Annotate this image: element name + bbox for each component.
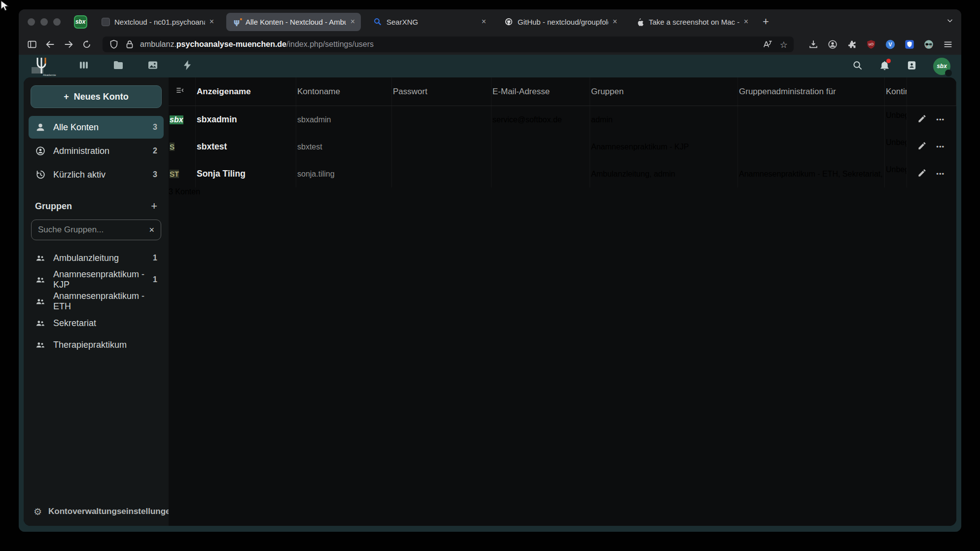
group-search-field[interactable]: ×: [31, 220, 161, 240]
sidebar-group-anamnesenpraktikum-eth[interactable]: Anamnesenpraktikum - ETH: [29, 291, 164, 312]
table-row-sbxadmin[interactable]: sbx sbxadmin sbxadmin service@softbox.de…: [169, 106, 956, 133]
column-header-anzeigename[interactable]: Anzeigename: [196, 77, 296, 106]
sbx-favicon: sbx: [74, 15, 87, 29]
sidebar-group-therapiepraktikum[interactable]: Therapiepraktikum: [29, 334, 164, 356]
vimium-icon[interactable]: V: [885, 39, 896, 50]
account-icon[interactable]: [827, 39, 838, 50]
sidebar-toggle-icon[interactable]: [27, 39, 37, 50]
clear-search-icon[interactable]: ×: [149, 225, 154, 235]
url-text: ambulanz.psychoanalyse-muenchen.de/index…: [140, 40, 374, 49]
row-actions-menu-icon[interactable]: •••: [936, 143, 945, 150]
reload-button[interactable]: [81, 39, 92, 50]
new-account-label: Neues Konto: [74, 92, 129, 102]
column-header-gruppenadministration[interactable]: Gruppenadministration für: [738, 77, 885, 106]
tab-screenshot-mac[interactable]: Take a screenshot on Mac - Ap ×: [630, 13, 754, 31]
tab-overflow-chevron-icon[interactable]: [945, 16, 954, 27]
app-content: + Neues Konto Alle Konten 3 Administrati…: [24, 77, 956, 526]
group-icon: [35, 318, 46, 329]
sidebar-group-sekretariat[interactable]: Sekretariat: [29, 312, 164, 334]
column-header-passwort[interactable]: Passwort: [392, 77, 491, 106]
url-bar[interactable]: ambulanz.psychoanalyse-muenchen.de/index…: [103, 37, 794, 52]
ambulanz-favicon: ψ: [232, 17, 241, 26]
sidebar-group-anamnesenpraktikum-kjp[interactable]: Anamnesenpraktikum - KJP 1: [29, 269, 164, 291]
photos-icon[interactable]: [147, 59, 159, 73]
cell-email: [491, 133, 590, 160]
pinned-tab-sbx[interactable]: sbx: [72, 13, 89, 30]
activity-bolt-icon[interactable]: [181, 59, 193, 73]
group-count: 1: [153, 254, 157, 262]
notifications-bell-icon[interactable]: [879, 60, 890, 73]
account-management-settings[interactable]: ⚙ Kontoverwaltungseinstellungen: [24, 497, 169, 526]
close-tab-icon[interactable]: ×: [482, 18, 486, 26]
add-group-button[interactable]: +: [151, 200, 157, 213]
column-header-kontoname[interactable]: Kontoname: [296, 77, 392, 106]
row-details-toggle-icon[interactable]: [175, 85, 185, 98]
translate-icon[interactable]: [762, 39, 773, 50]
close-tab-icon[interactable]: ×: [350, 18, 355, 26]
edit-pencil-icon[interactable]: [917, 141, 927, 152]
ambulanz-logo[interactable]: Akademie: [30, 56, 57, 76]
app-navigation: [78, 59, 193, 73]
group-label: Anamnesenpraktikum - ETH: [53, 291, 150, 312]
close-tab-icon[interactable]: ×: [613, 18, 617, 26]
downloads-icon[interactable]: [808, 39, 819, 50]
dashboard-icon[interactable]: [78, 59, 90, 73]
face-extension-icon[interactable]: [923, 39, 934, 50]
plus-icon: +: [64, 92, 69, 102]
row-actions-menu-icon[interactable]: •••: [936, 116, 945, 123]
tracking-shield-icon[interactable]: [108, 39, 119, 50]
files-folder-icon[interactable]: [112, 59, 124, 73]
maximize-window-button[interactable]: [53, 18, 61, 26]
accounts-count-summary: 3 Konten: [169, 187, 956, 196]
back-button[interactable]: [45, 39, 56, 50]
cell-email: [491, 160, 590, 187]
column-header-kontingent[interactable]: Kontingent: [885, 77, 907, 106]
minimize-window-button[interactable]: [40, 18, 48, 26]
row-actions-menu-icon[interactable]: •••: [936, 170, 945, 178]
tab-searxng[interactable]: SearXNG ×: [367, 13, 492, 31]
nextcloud-favicon: [101, 17, 110, 26]
column-header-gruppen[interactable]: Gruppen: [590, 77, 738, 106]
extensions-puzzle-icon[interactable]: [846, 39, 857, 50]
bitwarden-icon[interactable]: [904, 39, 915, 50]
settings-label: Kontoverwaltungseinstellungen: [48, 507, 175, 516]
table-row-sbxtest[interactable]: S sbxtest sbxtest Anamnesenpraktikum - K…: [169, 133, 956, 160]
sidebar-group-ambulanzleitung[interactable]: Ambulanzleitung 1: [29, 247, 164, 269]
edit-pencil-icon[interactable]: [917, 168, 927, 180]
table-row-sonja-tiling[interactable]: ST Sonja Tiling sonja.tiling Ambulanzlei…: [169, 160, 956, 187]
close-window-button[interactable]: [28, 18, 35, 26]
sidebar-item-label: Kürzlich aktiv: [53, 170, 105, 180]
menu-hamburger-icon[interactable]: [943, 39, 953, 50]
cell-quota: Unbegrenzt: [885, 160, 907, 187]
groups-section-header: Gruppen +: [29, 187, 164, 219]
search-icon[interactable]: [852, 60, 863, 73]
contacts-icon[interactable]: [906, 60, 917, 73]
sidebar-item-administration[interactable]: Administration 2: [29, 140, 164, 162]
edit-pencil-icon[interactable]: [917, 114, 927, 125]
column-header-email[interactable]: E-Mail-Adresse: [491, 77, 590, 106]
sidebar-item-kuerzlich-aktiv[interactable]: Kürzlich aktiv 3: [29, 163, 164, 186]
new-account-button[interactable]: + Neues Konto: [31, 85, 162, 108]
ublock-origin-icon[interactable]: uO: [866, 39, 876, 50]
forward-button[interactable]: [63, 39, 74, 50]
groups-title: Gruppen: [35, 201, 72, 212]
close-tab-icon[interactable]: ×: [744, 18, 748, 26]
bookmark-star-icon[interactable]: ☆: [780, 39, 788, 50]
sidebar-item-count: 2: [153, 147, 157, 155]
url-path: /index.php/settings/users: [286, 40, 374, 48]
svg-text:uO: uO: [869, 42, 874, 46]
tab-nextcloud-nc01[interactable]: Nextcloud - nc01.psychoanalyse ×: [95, 13, 220, 31]
cell-account-name: sonja.tiling: [296, 160, 392, 187]
group-icon: [35, 296, 46, 307]
browser-toolbar: ambulanz.psychoanalyse-muenchen.de/index…: [19, 34, 961, 55]
close-tab-icon[interactable]: ×: [210, 18, 214, 26]
tab-title: GitHub - nextcloud/groupfolders: [518, 18, 608, 26]
cell-email: service@softbox.de: [491, 106, 590, 133]
lock-icon[interactable]: [124, 39, 135, 50]
group-search-input[interactable]: [38, 225, 145, 235]
user-avatar[interactable]: sbx: [933, 58, 950, 75]
new-tab-button[interactable]: +: [763, 15, 769, 28]
tab-alle-konten-active[interactable]: ψ Alle Konten - Nextcloud - Ambu ×: [226, 13, 361, 31]
sidebar-item-alle-konten[interactable]: Alle Konten 3: [29, 116, 164, 139]
tab-github[interactable]: GitHub - nextcloud/groupfolders ×: [498, 13, 623, 31]
